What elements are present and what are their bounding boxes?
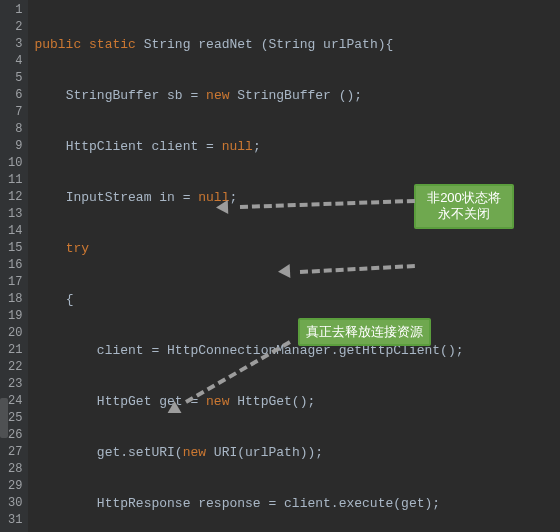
line-number: 13 — [8, 206, 22, 223]
statement: HttpResponse response = client.execute(g… — [97, 496, 440, 511]
line-number: 21 — [8, 342, 22, 359]
line-number: 19 — [8, 308, 22, 325]
code-editor: 1234567891011121314151617181920212223242… — [0, 0, 560, 532]
type: StringBuffer — [66, 88, 160, 103]
line-number: 5 — [8, 70, 22, 87]
line-number: 18 — [8, 291, 22, 308]
line-number: 7 — [8, 104, 22, 121]
line-number: 31 — [8, 512, 22, 529]
line-number: 25 — [8, 410, 22, 427]
scrollbar-thumb[interactable] — [0, 398, 8, 438]
method-name: readNet — [198, 37, 253, 52]
line-number: 9 — [8, 138, 22, 155]
code-line: StringBuffer sb = new StringBuffer (); — [34, 87, 533, 104]
keyword-new: new — [206, 394, 229, 409]
brace: { — [66, 292, 74, 307]
annotation-callout-2: 真正去释放连接资源 — [298, 318, 431, 346]
line-number: 29 — [8, 478, 22, 495]
line-number: 23 — [8, 376, 22, 393]
type: HttpClient — [66, 139, 152, 154]
line-number: 10 — [8, 155, 22, 172]
line-number: 4 — [8, 53, 22, 70]
line-number-gutter: 1234567891011121314151617181920212223242… — [0, 0, 28, 532]
line-number: 3 — [8, 36, 22, 53]
line-number: 27 — [8, 444, 22, 461]
line-number: 26 — [8, 427, 22, 444]
var: client = — [151, 139, 221, 154]
constructor: HttpGet(); — [229, 394, 315, 409]
var: in = — [159, 190, 198, 205]
type: InputStream — [66, 190, 160, 205]
keyword-try: try — [66, 241, 89, 256]
semi: ; — [253, 139, 261, 154]
line-number: 14 — [8, 223, 22, 240]
code-line: public static String readNet (String url… — [34, 36, 533, 53]
line-number: 22 — [8, 359, 22, 376]
code-line: { — [34, 291, 533, 308]
keyword-null: null — [222, 139, 253, 154]
line-number: 12 — [8, 189, 22, 206]
line-number: 24 — [8, 393, 22, 410]
keyword-new: new — [206, 88, 229, 103]
type-string: String — [144, 37, 191, 52]
semi: ; — [229, 190, 237, 205]
code-line: get.setURI(new URI(urlPath)); — [34, 444, 533, 461]
line-number: 30 — [8, 495, 22, 512]
line-number: 11 — [8, 172, 22, 189]
op: = — [183, 88, 206, 103]
constructor: StringBuffer (); — [229, 88, 362, 103]
line-number: 17 — [8, 274, 22, 291]
annotation-callout-1: 非200状态将永不关闭 — [414, 184, 514, 229]
constructor: URI(urlPath)); — [206, 445, 323, 460]
keyword-new: new — [183, 445, 206, 460]
call: get.setURI( — [97, 445, 183, 460]
line-number: 2 — [8, 19, 22, 36]
annotation-arrowhead-1b — [278, 264, 291, 279]
line-number: 28 — [8, 461, 22, 478]
params: (String urlPath){ — [261, 37, 394, 52]
annotation-arrowhead-1 — [216, 200, 228, 214]
line-number: 6 — [8, 87, 22, 104]
line-number: 15 — [8, 240, 22, 257]
keyword-public: public — [34, 37, 81, 52]
line-number: 16 — [8, 257, 22, 274]
code-line: HttpClient client = null; — [34, 138, 533, 155]
code-line: HttpGet get = new HttpGet(); — [34, 393, 533, 410]
var: sb — [167, 88, 183, 103]
code-line: HttpResponse response = client.execute(g… — [34, 495, 533, 512]
line-number: 1 — [8, 2, 22, 19]
line-number: 8 — [8, 121, 22, 138]
code-line: try — [34, 240, 533, 257]
line-number: 20 — [8, 325, 22, 342]
keyword-static: static — [89, 37, 136, 52]
